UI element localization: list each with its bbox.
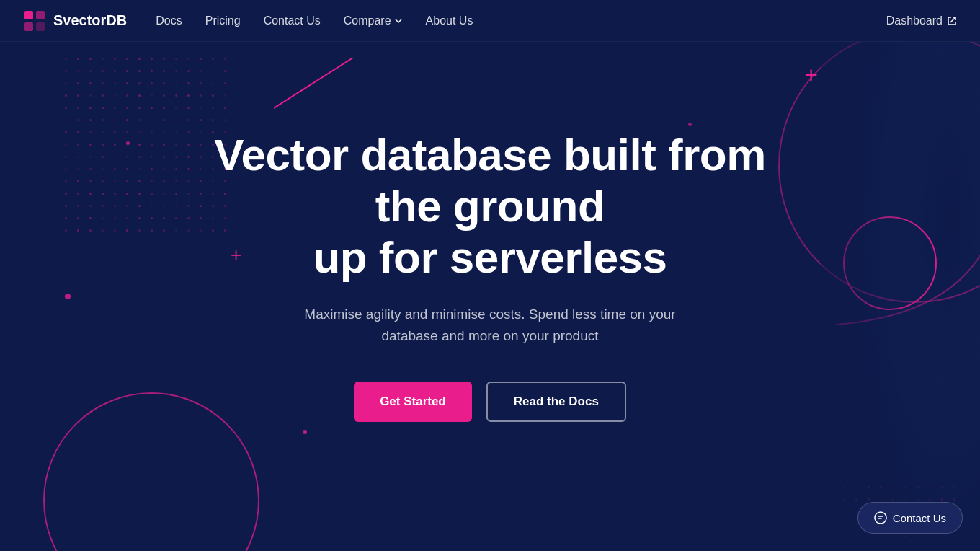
deco-dot-4: [126, 141, 130, 145]
nav-item-docs[interactable]: Docs: [156, 14, 182, 27]
deco-dot-2: [303, 430, 307, 434]
chevron-down-icon: [394, 17, 403, 25]
hero-section: (function(){ const container = document.…: [0, 0, 980, 551]
brand-name: SvectorDB: [53, 12, 127, 29]
nav-item-compare[interactable]: Compare: [344, 14, 403, 27]
svg-rect-2: [24, 22, 33, 31]
deco-dot-1: [65, 294, 71, 299]
hero-buttons: Get Started Read the Docs: [202, 382, 778, 422]
floating-contact-button[interactable]: Contact Us: [858, 502, 963, 534]
get-started-button[interactable]: Get Started: [354, 382, 472, 422]
deco-plus-topright: +: [804, 63, 818, 87]
hero-content: Vector database built from the ground up…: [202, 129, 778, 423]
nav-item-about[interactable]: About Us: [426, 14, 473, 27]
hero-title: Vector database built from the ground up…: [202, 129, 778, 283]
external-link-icon: [947, 16, 957, 26]
svg-rect-0: [24, 11, 33, 19]
deco-dot-3: [688, 123, 692, 126]
svg-rect-1: [36, 11, 45, 19]
nav-links: Docs Pricing Contact Us Compare About Us: [156, 14, 886, 27]
nav-item-contact[interactable]: Contact Us: [264, 14, 321, 27]
nav-item-pricing[interactable]: Pricing: [205, 14, 241, 27]
dot-grid-topleft: (function(){ const container = document.…: [65, 58, 216, 231]
svg-point-6: [875, 512, 886, 524]
svg-rect-3: [36, 22, 45, 31]
brand-logo-icon: [23, 9, 46, 32]
read-docs-button[interactable]: Read the Docs: [486, 382, 626, 422]
message-icon: [874, 511, 887, 524]
svg-rect-5: [821, 0, 980, 551]
hero-subtitle: Maximise agility and minimise costs. Spe…: [202, 304, 778, 348]
navbar: SvectorDB Docs Pricing Contact Us Compar…: [0, 0, 980, 42]
halftone-right: // Generate dot pattern inline via JS af…: [821, 0, 980, 551]
dashboard-link[interactable]: Dashboard: [886, 14, 957, 27]
svg-line-4: [274, 58, 353, 108]
brand-logo[interactable]: SvectorDB: [23, 9, 127, 32]
deco-diagonal-line: [274, 58, 360, 115]
